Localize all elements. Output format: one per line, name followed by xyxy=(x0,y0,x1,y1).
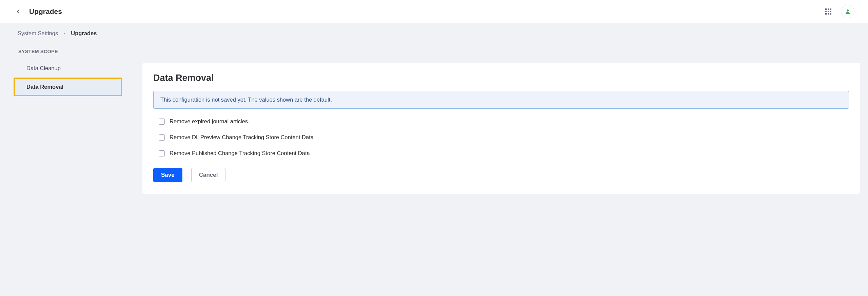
sidebar-heading: SYSTEM SCOPE xyxy=(14,44,122,59)
save-button[interactable]: Save xyxy=(153,168,182,182)
header: Upgrades xyxy=(0,0,868,23)
panel-title: Data Removal xyxy=(153,73,849,83)
chevron-right-icon xyxy=(63,31,66,36)
checkbox-remove-published[interactable] xyxy=(159,150,165,156)
page-title: Upgrades xyxy=(29,7,62,16)
checkbox-remove-dl-preview[interactable] xyxy=(159,134,165,141)
user-icon xyxy=(845,8,851,15)
apps-grid-button[interactable] xyxy=(822,5,835,18)
svg-rect-1 xyxy=(828,8,829,10)
panel-actions: Save Cancel xyxy=(153,168,849,182)
settings-panel: Data Removal This configuration is not s… xyxy=(142,63,860,194)
checkbox-label: Remove DL Preview Change Tracking Store … xyxy=(170,134,314,141)
svg-rect-7 xyxy=(828,13,829,15)
svg-rect-6 xyxy=(825,13,827,15)
option-row-remove-expired-journal-articles: Remove expired journal articles. xyxy=(153,118,849,125)
cancel-button[interactable]: Cancel xyxy=(191,168,226,182)
svg-point-9 xyxy=(847,9,849,12)
breadcrumb-parent-link[interactable]: System Settings xyxy=(18,30,58,37)
svg-rect-2 xyxy=(830,8,831,10)
breadcrumb-current: Upgrades xyxy=(71,30,97,37)
svg-rect-5 xyxy=(830,11,831,12)
svg-rect-8 xyxy=(830,13,831,15)
info-alert: This configuration is not saved yet. The… xyxy=(153,91,849,109)
sidebar-item-data-removal[interactable]: Data Removal xyxy=(14,78,122,96)
sidebar: SYSTEM SCOPE Data Cleanup Data Removal xyxy=(14,44,122,96)
svg-rect-0 xyxy=(825,8,827,10)
checkbox-label: Remove Published Change Tracking Store C… xyxy=(170,150,310,156)
back-button[interactable] xyxy=(15,8,21,15)
option-row-remove-published: Remove Published Change Tracking Store C… xyxy=(153,150,849,156)
user-menu-button[interactable] xyxy=(841,5,854,18)
svg-rect-4 xyxy=(828,11,829,12)
chevron-left-icon xyxy=(15,8,21,15)
content-area: System Settings Upgrades SYSTEM SCOPE Da… xyxy=(0,23,868,296)
checkbox-remove-expired-journal-articles[interactable] xyxy=(159,119,165,125)
sidebar-item-data-cleanup[interactable]: Data Cleanup xyxy=(14,59,122,78)
checkbox-label: Remove expired journal articles. xyxy=(170,118,250,125)
breadcrumb: System Settings Upgrades xyxy=(18,30,97,37)
option-row-remove-dl-preview: Remove DL Preview Change Tracking Store … xyxy=(153,134,849,141)
apps-grid-icon xyxy=(825,8,831,15)
svg-rect-3 xyxy=(825,11,827,12)
